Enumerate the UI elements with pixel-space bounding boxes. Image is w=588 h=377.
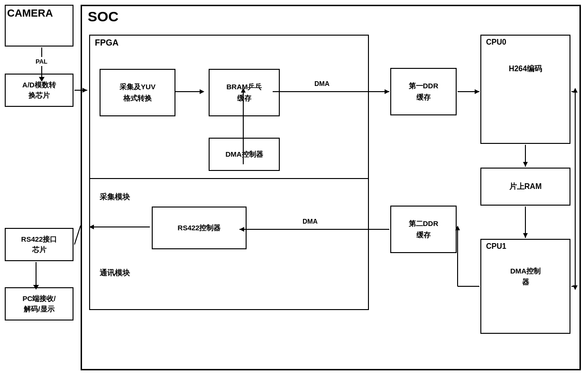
dma-ctrl-upper-block: DMA控制器 bbox=[209, 138, 280, 171]
fpga-divider bbox=[90, 178, 368, 179]
arrow-right-up bbox=[573, 88, 578, 93]
svg-line-15 bbox=[74, 226, 81, 245]
cpu0-box: CPU0 H264编码 bbox=[480, 35, 570, 144]
collect-yuv-text: 采集及YUV格式转换 bbox=[119, 81, 156, 104]
ad-chip-text: A/D模数转换芯片 bbox=[22, 80, 56, 101]
soc-box: SOC FPGA 采集及YUV格式转换 BRAM乒乓缓存 DMA控制器 采集模块 bbox=[81, 5, 581, 370]
dma-ctrl-upper-text: DMA控制器 bbox=[225, 150, 263, 159]
cpu0-title: CPU0 bbox=[486, 38, 506, 47]
comm-module-label: 通讯模块 bbox=[100, 268, 130, 278]
arrow-line bbox=[36, 262, 37, 286]
rs422-ctrl-text: RS422控制器 bbox=[178, 224, 221, 233]
soc-title: SOC bbox=[88, 9, 119, 25]
arrow-cpu0-ram bbox=[523, 162, 528, 167]
on-chip-ram-text: 片上RAM bbox=[509, 182, 542, 192]
collect-yuv-block: 采集及YUV格式转换 bbox=[100, 69, 175, 116]
bram-block: BRAM乒乓缓存 bbox=[209, 69, 280, 116]
rs422-chip-text: RS422接口芯片 bbox=[21, 234, 57, 255]
ad-chip-block: A/D模数转换芯片 bbox=[5, 74, 74, 107]
pal-label: PAL bbox=[36, 58, 47, 65]
fpga-box: FPGA 采集及YUV格式转换 BRAM乒乓缓存 DMA控制器 采集模块 RS4… bbox=[89, 35, 369, 310]
rs422-ctrl-block: RS422控制器 bbox=[152, 207, 247, 249]
cpu1-dma-text: DMA控制器 bbox=[481, 266, 570, 287]
ddr2-text: 第二DDR缓存 bbox=[409, 218, 439, 241]
arrow-ram-cpu1 bbox=[523, 233, 528, 238]
h264-label: H264编码 bbox=[481, 64, 570, 74]
camera-box bbox=[5, 5, 74, 47]
pc-recv-text: PC端接收/解码/显示 bbox=[22, 293, 55, 315]
pc-recv-block: PC端接收/解码/显示 bbox=[5, 287, 74, 320]
cpu1-title: CPU1 bbox=[486, 242, 506, 251]
on-chip-ram-block: 片上RAM bbox=[480, 168, 570, 206]
ddr2-block: 第二DDR缓存 bbox=[390, 206, 457, 253]
arrow-line-top bbox=[41, 47, 42, 57]
bram-text: BRAM乒乓缓存 bbox=[227, 81, 262, 104]
arrow-right-down bbox=[573, 285, 578, 290]
ddr1-text: 第一DDR缓存 bbox=[409, 80, 439, 103]
cpu1-box: CPU1 DMA控制器 bbox=[480, 239, 570, 334]
rs422-chip-block: RS422接口芯片 bbox=[5, 228, 74, 261]
fpga-title: FPGA bbox=[95, 38, 119, 48]
arrow-bram-ddr1 bbox=[385, 89, 389, 94]
rs422-to-pc-arrow bbox=[36, 262, 37, 286]
ddr1-block: 第一DDR缓存 bbox=[390, 68, 457, 115]
diagram-container: CAMERA PAL A/D模数转换芯片 RS422接口芯片 PC端接收/解码/… bbox=[0, 0, 588, 377]
collect-module-label: 采集模块 bbox=[100, 192, 130, 202]
arrow-ddr1-cpu0 bbox=[475, 89, 479, 94]
